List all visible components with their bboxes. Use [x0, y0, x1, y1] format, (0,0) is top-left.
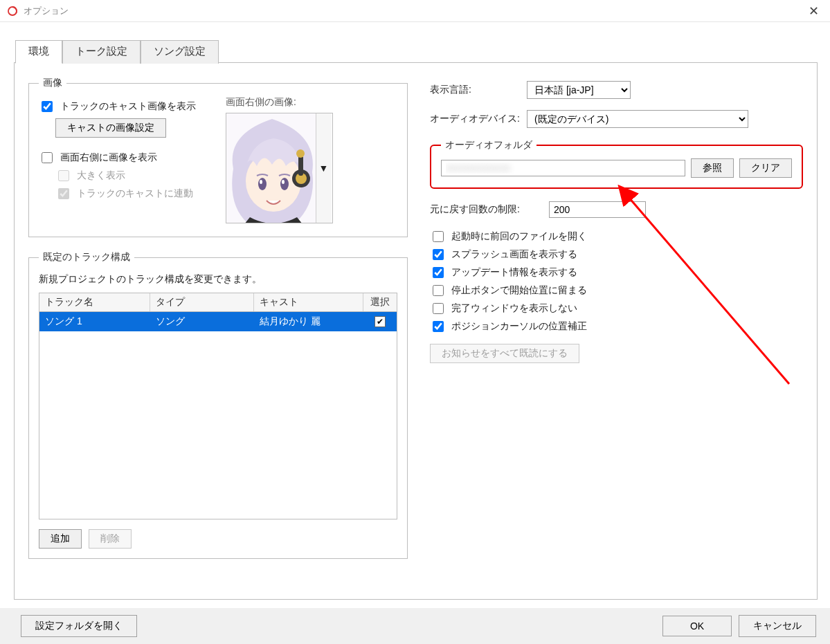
cancel-button[interactable]: キャンセル: [739, 615, 816, 637]
chk-open-last-input[interactable]: [433, 231, 444, 242]
cell-type: ソング: [150, 313, 254, 331]
tab-environment[interactable]: 環境: [15, 40, 62, 64]
tracks-table-header: トラック名 タイプ キャスト 選択: [39, 293, 397, 312]
chk-pos-cursor-input[interactable]: [433, 321, 444, 332]
svg-rect-9: [298, 155, 303, 176]
browse-button[interactable]: 参照: [691, 158, 734, 178]
default-tracks-description: 新規プロジェクトのトラック構成を変更できます。: [39, 273, 397, 286]
close-icon[interactable]: ✕: [804, 3, 823, 19]
cell-track-name: ソング 1: [39, 313, 150, 331]
footer: 設定フォルダを開く OK キャンセル: [0, 608, 830, 644]
chk-no-complete-input[interactable]: [433, 303, 444, 314]
svg-point-10: [296, 149, 305, 158]
cast-image-settings-button[interactable]: キャストの画像設定: [55, 118, 166, 138]
cell-select[interactable]: ✔: [363, 313, 397, 330]
image-preview[interactable]: ▼: [226, 113, 333, 223]
default-tracks-legend: 既定のトラック構成: [39, 251, 134, 264]
col-track-name[interactable]: トラック名: [39, 293, 150, 311]
chk-show-right-image-input[interactable]: [42, 152, 53, 163]
tab-talk-settings[interactable]: トーク設定: [62, 40, 141, 64]
chk-show-right-image[interactable]: 画面右側に画像を表示: [39, 150, 212, 165]
chk-splash-input[interactable]: [433, 249, 444, 260]
lang-label: 表示言語:: [430, 84, 520, 96]
character-image: [226, 113, 318, 223]
chk-open-last[interactable]: 起動時に前回のファイルを開く: [430, 229, 803, 244]
tabs: 環境 トーク設定 ソング設定: [15, 40, 219, 64]
table-row[interactable]: ソング 1 ソング 結月ゆかり 麗 ✔: [39, 312, 397, 331]
tracks-table-body[interactable]: ソング 1 ソング 結月ゆかり 麗 ✔: [39, 312, 397, 519]
chk-stop-stay-input[interactable]: [433, 285, 444, 296]
chk-show-track-cast-input[interactable]: [42, 101, 53, 112]
chk-large-display: 大きく表示: [55, 168, 212, 183]
cell-cast: 結月ゆかり 麗: [254, 313, 363, 331]
chk-link-track-cast: トラックのキャストに連動: [55, 186, 212, 201]
svg-point-4: [280, 178, 289, 190]
chk-update[interactable]: アップデート情報を表示する: [430, 265, 803, 280]
mark-read-button: お知らせをすべて既読にする: [430, 344, 579, 363]
titlebar: オプション ✕: [0, 0, 830, 22]
chk-pos-cursor[interactable]: ポジションカーソルの位置補正: [430, 319, 803, 334]
chk-link-track-cast-input: [58, 188, 69, 199]
chk-splash[interactable]: スプラッシュ画面を表示する: [430, 247, 803, 262]
svg-point-5: [260, 180, 262, 184]
tab-song-settings[interactable]: ソング設定: [141, 40, 219, 64]
window-title: オプション: [24, 5, 804, 17]
chk-show-track-cast[interactable]: トラックのキャスト画像を表示: [39, 99, 212, 114]
chk-update-input[interactable]: [433, 267, 444, 278]
col-cast[interactable]: キャスト: [254, 293, 363, 311]
ok-button[interactable]: OK: [662, 616, 732, 636]
image-dropdown-icon[interactable]: ▼: [316, 113, 331, 223]
audio-folder-group: オーディオフォルダ 参照 クリア: [430, 139, 803, 189]
right-image-label: 画面右側の画像:: [226, 96, 333, 109]
chk-large-display-input: [58, 170, 69, 181]
undo-limit-label: 元に戻す回数の制限:: [430, 203, 542, 216]
image-group-legend: 画像: [39, 77, 66, 89]
audio-folder-legend: オーディオフォルダ: [441, 139, 536, 151]
open-settings-folder-button[interactable]: 設定フォルダを開く: [21, 615, 137, 637]
audio-folder-input[interactable]: [441, 160, 685, 176]
audio-device-label: オーディオデバイス:: [430, 113, 520, 125]
svg-point-3: [258, 178, 267, 190]
tab-pane: 画像 トラックのキャスト画像を表示 キャストの画像設定 画面右側に画像を表示: [14, 62, 818, 600]
undo-limit-input[interactable]: [549, 201, 646, 218]
lang-select[interactable]: 日本語 [ja-JP]: [527, 81, 631, 99]
app-icon: [7, 6, 18, 17]
col-select[interactable]: 選択: [363, 293, 397, 311]
add-button[interactable]: 追加: [39, 529, 82, 549]
default-tracks-group: 既定のトラック構成 新規プロジェクトのトラック構成を変更できます。 トラック名 …: [28, 251, 408, 559]
delete-button: 削除: [89, 529, 132, 549]
chk-stop-stay[interactable]: 停止ボタンで開始位置に留まる: [430, 283, 803, 298]
image-group: 画像 トラックのキャスト画像を表示 キャストの画像設定 画面右側に画像を表示: [28, 77, 408, 237]
clear-button[interactable]: クリア: [739, 158, 792, 178]
audio-device-select[interactable]: (既定のデバイス): [527, 110, 748, 128]
col-type[interactable]: タイプ: [150, 293, 254, 311]
svg-point-6: [282, 180, 285, 184]
chk-no-complete[interactable]: 完了ウィンドウを表示しない: [430, 301, 803, 316]
